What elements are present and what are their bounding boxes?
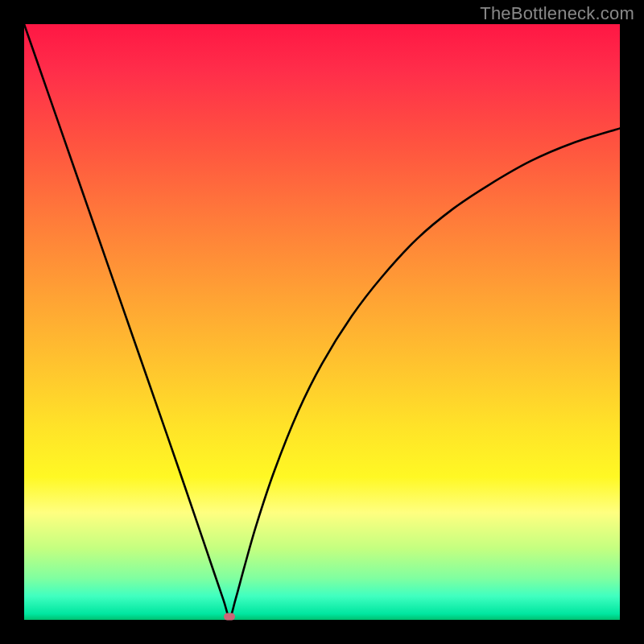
bottleneck-curve [24,24,620,617]
curve-layer [24,24,620,620]
watermark-text: TheBottleneck.com [480,3,634,24]
chart-frame: TheBottleneck.com [0,0,644,644]
minimum-marker [224,613,235,621]
plot-area [24,24,620,620]
